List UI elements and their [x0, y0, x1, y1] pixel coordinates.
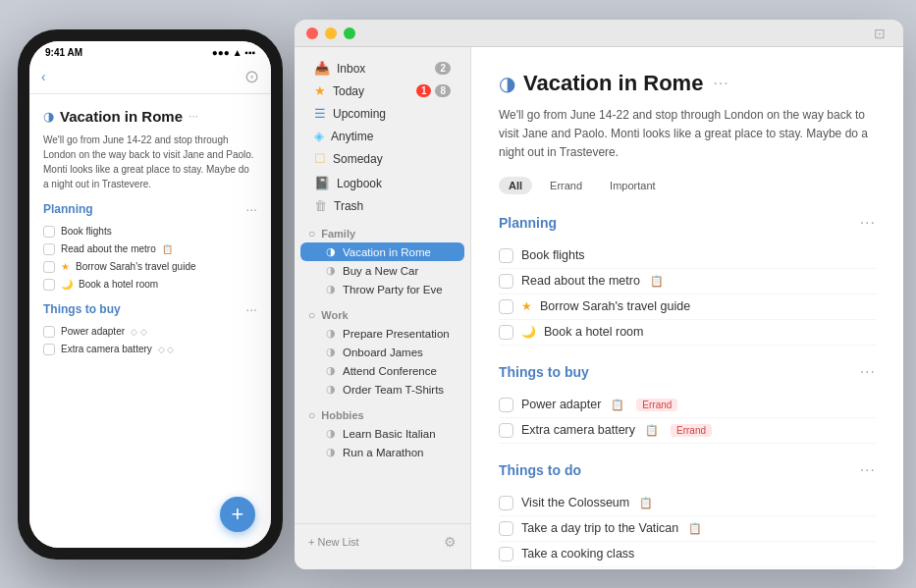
- sidebar-item-marathon[interactable]: ◑ Run a Marathon: [300, 443, 464, 461]
- detail-description: We'll go from June 14-22 and stop throug…: [499, 106, 876, 163]
- sidebar-item-someday[interactable]: ☐ Someday: [300, 147, 464, 170]
- task-power-clip-icon: 📋: [611, 399, 624, 411]
- sidebar-item-buy-car[interactable]: ◑ Buy a New Car: [300, 261, 464, 280]
- phone-task-desc: We'll go from June 14-22 and stop throug…: [43, 133, 257, 191]
- sidebar-item-onboard[interactable]: ◑ Onboard James: [300, 343, 464, 361]
- detail-task-book-flights[interactable]: Book flights: [499, 243, 876, 269]
- trash-icon: 🗑: [314, 198, 327, 213]
- sidebar-item-inbox[interactable]: 📥 Inbox 2: [300, 57, 464, 80]
- sidebar-item-tshirts[interactable]: ◑ Order Team T-Shirts: [300, 380, 464, 399]
- sidebar-item-anytime[interactable]: ◈ Anytime: [300, 125, 464, 147]
- sidebar-item-vacation-rome[interactable]: ◑ Vacation in Rome: [300, 242, 464, 261]
- detail-task-colosseum[interactable]: Visit the Colosseum 📋: [499, 491, 876, 516]
- phone-checkbox-6[interactable]: [43, 344, 55, 355]
- phone-done-icon[interactable]: ⊙: [244, 66, 259, 87]
- phone-checkbox-1[interactable]: [43, 226, 55, 238]
- sidebar-item-presentation[interactable]: ◑ Prepare Presentation: [300, 324, 464, 343]
- phone-content: ◑ Vacation in Rome ··· We'll go from Jun…: [29, 94, 271, 548]
- detail-task-cooking[interactable]: Take a cooking class: [499, 542, 876, 567]
- sidebar-item-italian[interactable]: ◑ Learn Basic Italian: [300, 424, 464, 443]
- maximize-button[interactable]: [344, 27, 355, 39]
- tag-errand[interactable]: Errand: [540, 177, 592, 194]
- phone-task-title-row: ◑ Vacation in Rome ···: [43, 108, 257, 125]
- phone-checkbox-2[interactable]: [43, 243, 55, 255]
- phone-task-camera-battery[interactable]: Extra camera battery ◇ ◇: [43, 341, 257, 358]
- detail-task-metro[interactable]: Read about the metro 📋: [499, 269, 876, 294]
- detail-task-hotel[interactable]: 🌙 Book a hotel room: [499, 320, 876, 346]
- phone-planning-section-header: Planning ···: [43, 201, 257, 217]
- phone-task-title: Vacation in Rome: [60, 108, 183, 125]
- sidebar: 📥 Inbox 2 ★ Today 1 8 ☰ Upcoming: [295, 47, 471, 569]
- detail-checkbox-2[interactable]: [499, 274, 513, 289]
- detail-pane: ◑ Vacation in Rome ··· We'll go from Jun…: [471, 47, 903, 569]
- phone-checkbox-3[interactable]: [43, 261, 55, 273]
- phone-back-icon[interactable]: ‹: [41, 69, 46, 84]
- detail-section-do-header: Things to do ···: [499, 461, 876, 483]
- detail-task-camera-battery[interactable]: Extra camera battery 📋 Errand: [499, 418, 876, 444]
- window-expand-button[interactable]: ⊡: [868, 22, 891, 45]
- sidebar-item-inbox-left: 📥 Inbox: [314, 61, 365, 76]
- hobbies-group-icon: ○: [308, 408, 315, 422]
- do-menu-button[interactable]: ···: [860, 461, 876, 479]
- tag-all[interactable]: All: [499, 177, 532, 194]
- detail-checkbox-3[interactable]: [499, 299, 513, 314]
- anytime-icon: ◈: [314, 129, 324, 143]
- window-controls-right: ⊡: [868, 22, 891, 45]
- settings-icon[interactable]: ⚙: [444, 534, 457, 550]
- phone-planning-menu[interactable]: ···: [245, 201, 257, 217]
- phone-things-buy-menu[interactable]: ···: [245, 301, 257, 317]
- phone-fab-button[interactable]: +: [220, 497, 255, 532]
- sidebar-new-list[interactable]: + New List: [308, 536, 359, 548]
- detail-task-vatican[interactable]: Take a day trip to the Vatican 📋: [499, 516, 876, 542]
- phone-checkbox-4[interactable]: [43, 279, 55, 291]
- planning-menu-button[interactable]: ···: [860, 214, 876, 232]
- detail-menu-button[interactable]: ···: [713, 75, 728, 92]
- sidebar-item-someday-left: ☐ Someday: [314, 151, 383, 166]
- tag-important[interactable]: Important: [600, 177, 665, 194]
- phone-checkbox-5[interactable]: [43, 326, 55, 338]
- sidebar-item-logbook-left: 📓 Logbook: [314, 176, 382, 190]
- detail-checkbox-1[interactable]: [499, 248, 513, 263]
- sidebar-item-trash[interactable]: 🗑 Trash: [300, 194, 464, 217]
- phone-status-bar: 9:41 AM ●●● ▲ ▪▪▪: [29, 41, 271, 62]
- sidebar-footer: + New List ⚙: [295, 523, 470, 560]
- phone-task-power-adapter[interactable]: Power adapter ◇ ◇: [43, 323, 257, 341]
- phone-task-hotel[interactable]: 🌙 Book a hotel room: [43, 276, 257, 294]
- phone-task-borrow-guide[interactable]: ★ Borrow Sarah's travel guide: [43, 258, 257, 276]
- app-titlebar: ⊡: [295, 20, 903, 47]
- family-group-icon: ○: [308, 227, 315, 241]
- buy-car-icon: ◑: [326, 264, 336, 277]
- detail-checkbox-5[interactable]: [499, 398, 513, 412]
- phone-screen: 9:41 AM ●●● ▲ ▪▪▪ ‹ ⊙ ◑ Vacation in Rome…: [29, 41, 271, 548]
- phone-task-menu[interactable]: ···: [189, 109, 198, 123]
- task-power-errand-badge: Errand: [636, 399, 677, 411]
- detail-checkbox-7[interactable]: [499, 496, 513, 510]
- app-body: 📥 Inbox 2 ★ Today 1 8 ☰ Upcoming: [295, 47, 903, 569]
- buy-menu-button[interactable]: ···: [860, 363, 876, 381]
- sidebar-item-upcoming[interactable]: ☰ Upcoming: [300, 102, 464, 125]
- detail-checkbox-9[interactable]: [499, 547, 513, 561]
- detail-checkbox-8[interactable]: [499, 521, 513, 536]
- close-button[interactable]: [306, 27, 318, 39]
- task-camera-battery-label: Extra camera battery: [521, 423, 635, 437]
- phone-moon-icon: 🌙: [61, 279, 73, 290]
- sidebar-item-today[interactable]: ★ Today 1 8: [300, 80, 464, 102]
- task-camera-errand-badge: Errand: [671, 424, 712, 437]
- marathon-icon: ◑: [326, 446, 336, 458]
- sidebar-item-logbook[interactable]: 📓 Logbook: [300, 172, 464, 194]
- detail-checkbox-6[interactable]: [499, 423, 513, 438]
- detail-buy-title: Things to buy: [499, 364, 589, 380]
- detail-checkbox-4[interactable]: [499, 325, 513, 340]
- task-metro-label: Read about the metro: [521, 274, 640, 288]
- task-colosseum-label: Visit the Colosseum: [521, 496, 629, 509]
- phone-task-metro[interactable]: Read about the metro 📋: [43, 241, 257, 258]
- sidebar-item-party[interactable]: ◑ Throw Party for Eve: [300, 280, 464, 298]
- phone-task-book-flights[interactable]: Book flights: [43, 223, 257, 241]
- detail-task-power-adapter[interactable]: Power adapter 📋 Errand: [499, 393, 876, 418]
- sidebar-item-conference[interactable]: ◑ Attend Conference: [300, 361, 464, 380]
- detail-circle-icon: ◑: [499, 72, 515, 95]
- task-metro-clip-icon: 📋: [650, 275, 664, 288]
- italian-icon: ◑: [326, 427, 336, 440]
- minimize-button[interactable]: [325, 27, 337, 39]
- detail-task-borrow-guide[interactable]: ★ Borrow Sarah's travel guide: [499, 294, 876, 320]
